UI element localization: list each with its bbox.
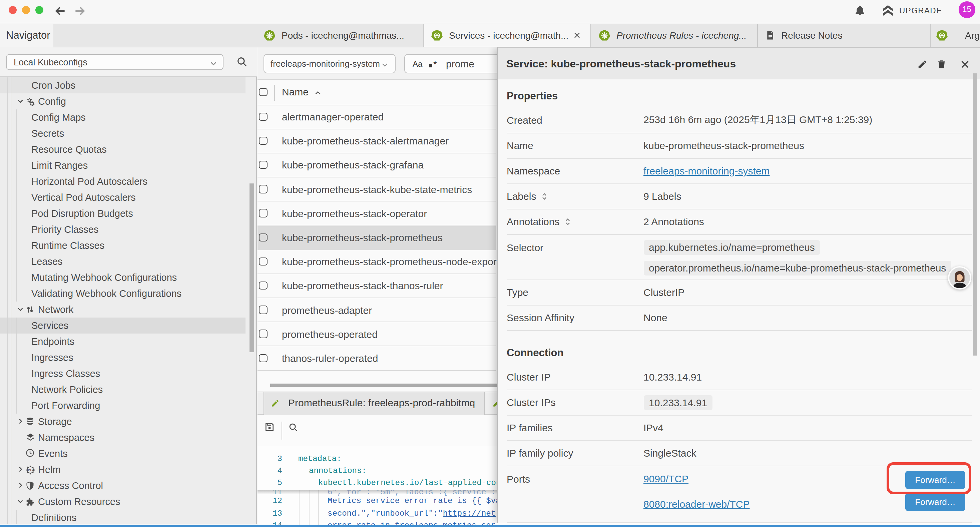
svg-text:HELM: HELM [27,469,34,471]
